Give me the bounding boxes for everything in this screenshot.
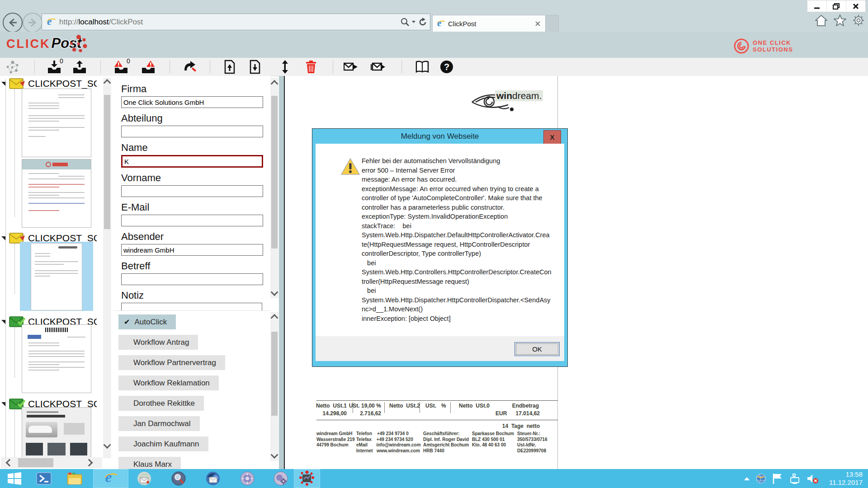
scroll-down-arrow[interactable] [270,288,278,297]
scrollbar-thumb[interactable] [271,96,278,249]
refresh-icon[interactable] [418,18,427,27]
page-move-down-icon[interactable] [248,60,262,74]
clickpost-taskbar-icon[interactable] [294,469,320,488]
outbox-upload-icon[interactable] [72,60,87,74]
search-dropdown-caret[interactable] [412,21,415,23]
document-thumbnail[interactable] [22,159,91,228]
mail-app-taskbar-icon[interactable] [134,469,155,488]
invoice-footer: Netto USt.1 14.298,00 USt. 19,00 % 2.716… [316,400,558,420]
delete-trash-icon[interactable] [304,60,318,74]
name-input[interactable] [121,155,263,168]
scrollbar-thumb[interactable] [18,458,53,467]
move-updown-icon[interactable] [278,60,292,74]
tray-network-icon[interactable] [789,473,801,484]
settings-gear-icon[interactable] [853,14,864,26]
tree-line [14,239,15,294]
outbox-error-icon[interactable] [141,60,156,74]
tray-expand-icon[interactable] [744,477,750,480]
field-label-abteilung: Abteilung [121,113,270,124]
home-icon[interactable] [815,14,827,26]
start-button[interactable] [4,469,25,488]
tab-close-icon[interactable] [535,21,540,26]
tree-node-icon[interactable] [1,81,6,86]
dialog-title: Meldung von Webseite [312,129,567,144]
scroll-left-arrow[interactable] [5,458,14,467]
forward-button[interactable] [23,13,42,33]
field-label-notiz: Notiz [121,290,270,301]
network-share-icon[interactable] [5,60,20,74]
thunderbird-taskbar-icon[interactable] [203,469,223,488]
search-icon[interactable] [401,18,409,26]
favorites-star-icon[interactable] [834,14,846,26]
jan-darmochwal-button[interactable]: Jan Darmochwal [118,416,200,431]
minimize-button[interactable] [807,0,827,12]
document-thumbnail[interactable] [22,324,91,393]
abteilung-input[interactable] [121,126,263,137]
totals-currency: EUR [495,410,507,417]
document-thumbnail-selected[interactable] [20,242,93,311]
field-label-name: Name [121,142,270,154]
document-thumbnail[interactable] [22,89,91,157]
circular-app1-taskbar-icon[interactable] [237,469,258,488]
file-explorer-taskbar-icon[interactable] [63,469,86,488]
form-vertical-scrollbar[interactable] [270,78,278,298]
notiz-textarea[interactable] [121,303,262,310]
address-bar[interactable]: e http://localhost/ClickPost [42,14,430,30]
tree-node-icon[interactable] [1,235,6,241]
scroll-up-arrow[interactable] [103,78,111,87]
dorothee-rekittke-button[interactable]: Dorothee Rekittke [118,396,204,411]
vorname-input[interactable] [121,185,263,197]
workflow-partnervertrag-button[interactable]: Workflow Partnervertrag [118,355,225,370]
scrollbar-thumb[interactable] [271,332,278,416]
tree-node-icon[interactable] [1,319,6,324]
dialog-close-button[interactable]: X [543,130,561,144]
one-click-solutions-logo: ONE CLICK SOLUTIONS [733,38,793,54]
tray-globe-icon[interactable] [755,473,766,484]
tree-node-icon[interactable] [1,401,6,407]
invoice-totals-table: Netto USt.1 14.298,00 USt. 19,00 % 2.716… [316,400,558,420]
totals-header: USt. [425,403,436,409]
help-icon[interactable]: ? [439,60,454,74]
workflow-antrag-button[interactable]: Workflow Antrag [118,335,198,350]
document-thumbnail[interactable] [22,407,91,458]
klaus-marx-button[interactable]: Klaus Marx [118,457,181,469]
workflow-reklamation-button[interactable]: Workflow Reklamation [118,375,219,390]
powershell-taskbar-icon[interactable] [33,469,54,488]
scroll-right-arrow[interactable] [85,458,93,467]
scrollbar-thumb[interactable] [104,95,110,229]
betreff-input[interactable] [121,273,263,285]
circular-app2-taskbar-icon[interactable] [270,469,291,488]
browser-tab[interactable]: e ClickPost [432,15,546,32]
email-input[interactable] [121,215,263,226]
scroll-up-arrow[interactable] [270,79,278,88]
ok-button[interactable]: OK [514,342,560,356]
mail-forward-all-icon[interactable] [371,60,385,74]
tray-flag-icon[interactable] [772,473,783,484]
joachim-kaufmann-button[interactable]: Joachim Kaufmann [118,436,208,451]
scroll-down-arrow[interactable] [103,441,111,450]
scroll-down-arrow[interactable] [270,451,278,460]
restore-button[interactable] [827,0,846,12]
sidebar-vertical-scrollbar[interactable] [103,78,111,458]
clickpost-molecule-icon [68,33,90,55]
taskbar-clock[interactable]: 13:58 11.12.2017 [822,470,863,487]
back-button[interactable] [3,13,23,33]
search-app-taskbar-icon[interactable] [168,469,189,488]
payment-terms: 14 Tage netto [502,423,540,429]
buttons-vertical-scrollbar[interactable] [270,312,278,461]
new-tab-button[interactable] [545,15,559,32]
page-move-up-icon[interactable] [222,60,237,74]
autoclick-button[interactable]: ✔AutoClick [118,314,176,329]
scroll-up-arrow[interactable] [270,313,278,322]
panel-divider[interactable] [279,76,284,469]
firma-input[interactable] [121,96,263,108]
internet-explorer-taskbar-icon[interactable]: e [93,469,128,488]
mail-forward-icon[interactable] [344,60,358,74]
absender-input[interactable] [121,244,263,256]
tray-volume-muted-icon[interactable] [807,473,819,484]
close-button[interactable] [846,0,865,12]
forward-edit-icon[interactable] [183,60,197,74]
workflow-buttons-panel: ✔AutoClick Workflow Antrag Workflow Part… [113,310,270,469]
address-book-icon[interactable] [415,60,429,74]
sidebar-horizontal-scrollbar[interactable] [1,457,102,468]
